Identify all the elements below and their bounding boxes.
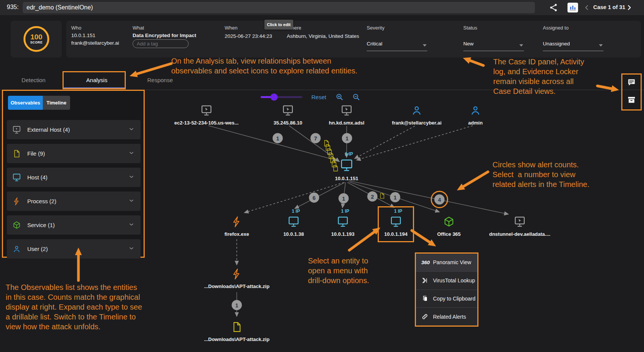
virustotal-icon — [421, 277, 430, 284]
severity-label: Severity — [367, 25, 385, 31]
context-menu: 360Panoramic ViewVirusTotal LookupCopy t… — [415, 252, 478, 327]
edge-alert-count-badge[interactable]: 1 — [232, 300, 242, 310]
case-pagination-label: Case 1 of 31 — [593, 4, 625, 10]
tag-input[interactable] — [133, 39, 189, 48]
tab-detection[interactable]: Detection — [2, 71, 65, 89]
annotation-arrow — [463, 172, 488, 187]
graph-node-label: dnstunnel-dev.aelladata.... — [489, 231, 550, 237]
severity-value: Critical — [367, 41, 382, 47]
evidence-locker-icon[interactable] — [627, 95, 636, 106]
observable-row-label: Service (1) — [27, 222, 128, 228]
graph-node-process-icon[interactable] — [231, 216, 242, 227]
observable-row-user[interactable]: User (2) — [7, 239, 141, 259]
menu-item-label: VirusTotal Lookup — [433, 277, 475, 283]
menu-item-virustotal-lookup[interactable]: VirusTotal Lookup — [416, 272, 477, 290]
host-icon — [13, 173, 21, 182]
graph-node-label: Office 365 — [437, 231, 461, 237]
annotation-arrow — [470, 61, 483, 65]
graph-node-user-icon[interactable] — [411, 105, 422, 116]
toggle-timeline-button[interactable]: Timeline — [43, 96, 70, 110]
score-label: SCORE — [30, 40, 43, 44]
edge-alert-count-badge[interactable]: 1 — [390, 192, 400, 202]
graph-node-label: 10.0.1.151 — [335, 176, 358, 181]
menu-item-label: Related Alerts — [433, 314, 466, 320]
case-title-input[interactable] — [23, 2, 535, 13]
edge-alert-count-badge[interactable]: 1 — [339, 193, 349, 204]
zoom-in-icon[interactable] — [336, 93, 344, 103]
chevron-down-icon — [128, 245, 134, 253]
assigned-label: Assigned to — [543, 25, 569, 31]
graph-node-process-icon[interactable] — [231, 268, 242, 280]
edge-alert-count-badge[interactable]: 4 — [435, 195, 445, 205]
next-case-button[interactable] — [626, 4, 633, 12]
chevron-down-icon — [128, 150, 134, 157]
edge-alert-count-badge[interactable]: 1 — [273, 133, 283, 143]
observable-row-label: External Host (4) — [27, 126, 128, 133]
activity-log-icon[interactable] — [627, 78, 636, 89]
prev-case-button[interactable] — [583, 4, 590, 12]
reset-button[interactable]: Reset — [311, 94, 326, 100]
status-dropdown[interactable]: New — [463, 41, 524, 51]
bar-chart-icon — [569, 5, 576, 11]
zoom-out-icon[interactable] — [352, 93, 360, 103]
menu-item-copy-to-clipboard[interactable]: Copy to Clipboard — [416, 290, 477, 308]
case-id-label: 935: — [7, 4, 19, 11]
menu-item-label: Panoramic View — [433, 259, 471, 265]
graph-node-label: admin — [468, 120, 483, 126]
annotation-analysis-tab: On the Analysis tab, view relationships … — [171, 56, 357, 76]
severity-dropdown[interactable]: Critical — [367, 41, 427, 51]
annotation-arrow — [597, 86, 611, 89]
who-value-ip: 10.0.1.151 — [71, 33, 95, 38]
observable-row-host[interactable]: Host (4) — [7, 168, 141, 187]
menu-item-related-alerts[interactable]: Related Alerts — [416, 308, 477, 326]
menu-item-label: Copy to Clipboard — [433, 296, 475, 302]
assigned-value: Unassigned — [543, 41, 570, 47]
observable-row-external-host[interactable]: External Host (4) — [7, 120, 141, 139]
graph-node-file-icon[interactable] — [231, 321, 242, 333]
annotation-arrowhead — [457, 184, 465, 190]
edge-alert-count-badge[interactable]: 1 — [342, 133, 352, 143]
graph-node-host-icon[interactable] — [288, 216, 299, 227]
graph-node-external-host-icon[interactable] — [201, 105, 212, 116]
score-card: 100 SCORE — [11, 21, 62, 58]
zoom-slider-thumb[interactable] — [270, 93, 278, 101]
chevron-right-icon — [626, 4, 633, 11]
stacked-file-icon[interactable] — [332, 164, 339, 172]
graph-node-external-host-icon[interactable] — [514, 216, 525, 227]
external-host-icon — [13, 126, 21, 134]
edge-alert-count-badge[interactable]: 6 — [309, 193, 319, 203]
graph-node-external-host-icon[interactable] — [341, 105, 352, 116]
observable-row-label: User (2) — [27, 246, 128, 252]
assigned-dropdown[interactable]: Unassigned — [543, 41, 603, 51]
link-icon — [421, 313, 430, 320]
graph-node-host-icon[interactable] — [337, 216, 349, 227]
panel-view-toggle: Observables Timeline — [8, 96, 70, 110]
graph-node-label: firefox.exe — [224, 231, 249, 237]
score-ring: 100 SCORE — [23, 26, 49, 52]
edge-alert-count-badge[interactable]: 7 — [311, 133, 321, 143]
selected-entity-highlight-box — [378, 206, 414, 242]
chevron-down-icon — [128, 198, 134, 205]
share-icon[interactable] — [549, 3, 558, 14]
who-label: Who — [71, 25, 81, 31]
graph-node-label: 10.0.1.193 — [331, 231, 354, 237]
graph-node-host-icon[interactable] — [340, 159, 353, 172]
observable-row-file[interactable]: File (9) — [7, 144, 141, 163]
who-value-user: frank@stellarcyber.ai — [71, 40, 119, 46]
annotation-arrowhead — [463, 58, 471, 64]
360-icon: 360 — [421, 260, 430, 265]
toggle-observables-button[interactable]: Observables — [8, 96, 43, 110]
graph-node-user-icon[interactable] — [470, 105, 481, 116]
chevron-down-icon — [423, 44, 427, 47]
edge-alert-count-badge[interactable]: 2 — [367, 192, 378, 202]
graph-node-external-host-icon[interactable] — [282, 105, 294, 116]
score-value: 100 — [30, 34, 42, 40]
graph-node-label: ec2-13-52-234-105.us-wes... — [174, 120, 239, 126]
observable-row-service[interactable]: Service (1) — [7, 215, 141, 235]
click-to-edit-tooltip: Click to edit — [264, 20, 293, 30]
observable-row-label: File (9) — [27, 150, 128, 157]
graph-node-service-icon[interactable] — [443, 216, 455, 227]
bar-chart-button[interactable] — [567, 3, 578, 12]
menu-item-panoramic-view[interactable]: 360Panoramic View — [416, 254, 477, 272]
observable-row-process[interactable]: Process (2) — [7, 192, 141, 211]
